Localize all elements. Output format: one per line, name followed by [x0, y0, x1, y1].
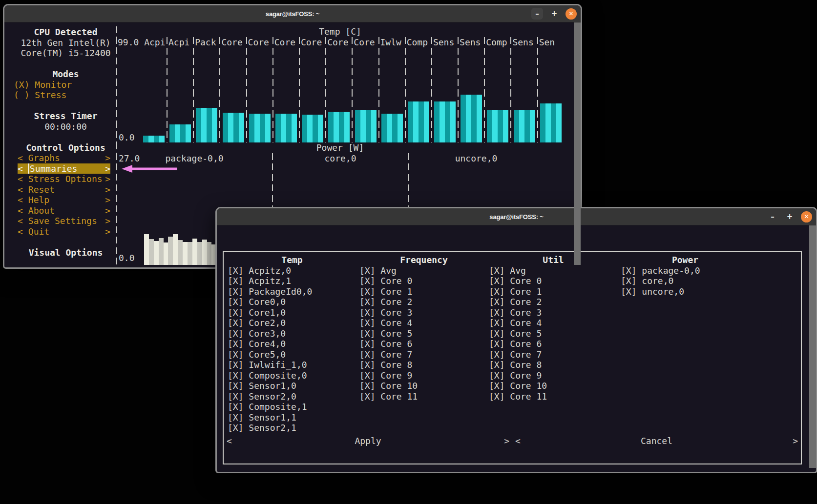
- checkbox-sensor2-0[interactable]: [X] Sensor2,0: [228, 391, 356, 402]
- minimize-button[interactable]: –: [531, 8, 543, 20]
- checkbox-core-11[interactable]: [X] Core 11: [489, 391, 618, 402]
- checkbox-core-1[interactable]: [X] Core 1: [489, 286, 618, 297]
- menu-item-save-settings[interactable]: <Save Settings>: [18, 216, 110, 226]
- checkbox-core-11[interactable]: [X] Core 11: [359, 391, 488, 402]
- checkbox-package-0-0[interactable]: [X] package-0,0: [621, 265, 750, 276]
- temp-bar-Core: [302, 115, 323, 142]
- checkbox-core-1[interactable]: [X] Core 1: [359, 286, 488, 297]
- temp-column-label: Iwlw: [379, 37, 405, 48]
- maximize-button[interactable]: +: [548, 8, 560, 20]
- temp-column-label: Acpi: [167, 37, 193, 48]
- mode-radio-monitor[interactable]: (X) Monitor: [14, 80, 116, 90]
- checkbox-sensor2-1[interactable]: [X] Sensor2,1: [228, 423, 356, 433]
- checkbox-core-10[interactable]: [X] Core 10: [489, 381, 618, 391]
- checkbox-core-9[interactable]: [X] Core 9: [359, 370, 488, 381]
- temp-bar-Acpi: [143, 136, 165, 142]
- menu-item-help[interactable]: <Help>: [18, 195, 110, 205]
- checkbox-core-5[interactable]: [X] Core 5: [489, 328, 618, 339]
- close-button[interactable]: ✕: [801, 211, 812, 222]
- checkbox-core-4[interactable]: [X] Core 4: [359, 318, 488, 328]
- power-column-label: core,0: [272, 153, 408, 164]
- checkbox-core-7[interactable]: [X] Core 7: [489, 349, 618, 360]
- grid-separator: [458, 37, 459, 143]
- checkbox-core-8[interactable]: [X] Core 8: [489, 360, 618, 370]
- menu-item-quit[interactable]: <Quit>: [18, 226, 110, 237]
- power-history-stripe: [188, 242, 192, 265]
- checkbox-core-2[interactable]: [X] Core 2: [359, 297, 488, 307]
- checkbox-core-0[interactable]: [X] core,0: [621, 276, 750, 286]
- temp-bar-Core: [275, 114, 297, 142]
- checkbox-core0-0[interactable]: [X] Core0,0: [228, 297, 356, 307]
- menu-item-graphs[interactable]: <Graphs>: [18, 153, 110, 163]
- scrollbar-back[interactable]: [574, 22, 581, 265]
- temp-column-6: Core: [299, 37, 326, 143]
- minimize-button[interactable]: –: [767, 211, 778, 222]
- temp-bar-Core: [249, 114, 271, 142]
- dialog-column-frequency: Frequency[X] Avg[X] Core 0[X] Core 1[X] …: [359, 255, 488, 402]
- temp-y-min-label: 0.0: [119, 132, 135, 143]
- checkbox-core-0[interactable]: [X] Core 0: [489, 276, 618, 286]
- checkbox-core5-0[interactable]: [X] Core5,0: [228, 349, 356, 360]
- checkbox-packageid0-0[interactable]: [X] PackageId0,0: [228, 286, 356, 297]
- checkbox-core4-0[interactable]: [X] Core4,0: [228, 339, 356, 349]
- temp-column-4: Core: [247, 37, 273, 143]
- maximize-button[interactable]: +: [784, 211, 796, 222]
- checkbox-core-2[interactable]: [X] Core 2: [489, 297, 618, 307]
- titlebar-front[interactable]: sagar@itsFOSS: ~ – + ✕: [217, 208, 816, 225]
- temp-column-label: 99.0 Acpi: [116, 37, 167, 48]
- checkbox-iwlwifi_1-0[interactable]: [X] Iwlwifi_1,0: [228, 360, 356, 370]
- checkbox-acpitz-1[interactable]: [X] Acpitz,1: [228, 276, 356, 286]
- checkbox-sensor1-0[interactable]: [X] Sensor1,0: [228, 381, 356, 391]
- power-column-label: uncore,0: [408, 153, 544, 164]
- grid-separator: [378, 37, 379, 143]
- checkbox-avg[interactable]: [X] Avg: [489, 265, 618, 276]
- power-y-min-label: 0.0: [119, 253, 135, 263]
- close-button[interactable]: ✕: [566, 8, 577, 20]
- checkbox-core-8[interactable]: [X] Core 8: [359, 360, 488, 370]
- power-history-bars: [144, 234, 216, 265]
- temp-column-label: Core: [299, 37, 326, 48]
- temp-column-label: Sens: [458, 37, 484, 48]
- checkbox-core-7[interactable]: [X] Core 7: [359, 349, 488, 360]
- menu-item-reset[interactable]: <Reset>: [18, 184, 110, 195]
- menu-item-summaries[interactable]: <Summaries>: [18, 163, 110, 174]
- checkbox-composite-1[interactable]: [X] Composite,1: [228, 402, 356, 412]
- checkbox-core-9[interactable]: [X] Core 9: [489, 370, 618, 381]
- scrollbar-front[interactable]: [809, 225, 816, 468]
- power-history-stripe: [149, 239, 154, 265]
- temp-column-label: Core: [220, 37, 246, 48]
- checkbox-avg[interactable]: [X] Avg: [359, 265, 488, 276]
- checkbox-core-4[interactable]: [X] Core 4: [489, 318, 618, 328]
- grid-separator: [352, 37, 353, 143]
- checkbox-composite-0[interactable]: [X] Composite,0: [228, 370, 356, 381]
- cpu-model-line: 12th Gen Intel(R): [4, 38, 116, 48]
- menu-item-about[interactable]: <About>: [18, 205, 110, 216]
- checkbox-core-6[interactable]: [X] Core 6: [359, 339, 488, 349]
- grid-separator: [405, 37, 406, 143]
- desktop: sagar@itsFOSS: ~ – + ✕ CPU Detected 12th…: [0, 0, 817, 504]
- power-history-stripe: [207, 242, 212, 265]
- temp-column-9: Iwlw: [379, 37, 405, 143]
- apply-button[interactable]: <Apply>: [224, 436, 512, 446]
- checkbox-core2-0[interactable]: [X] Core2,0: [228, 318, 356, 328]
- checkbox-sensor1-1[interactable]: [X] Sensor1,1: [228, 412, 356, 423]
- temp-column-label: Pack: [193, 37, 220, 48]
- titlebar-back[interactable]: sagar@itsFOSS: ~ – + ✕: [4, 5, 581, 22]
- dialog-column-util: Util[X] Avg[X] Core 0[X] Core 1[X] Core …: [489, 255, 618, 402]
- temp-column-label: Sen: [538, 37, 564, 48]
- grid-separator: [193, 37, 194, 143]
- cancel-button[interactable]: <Cancel>: [512, 436, 801, 446]
- checkbox-core-3[interactable]: [X] Core 3: [359, 307, 488, 318]
- checkbox-core-0[interactable]: [X] Core 0: [359, 276, 488, 286]
- checkbox-acpitz-0[interactable]: [X] Acpitz,0: [228, 265, 356, 276]
- checkbox-core-6[interactable]: [X] Core 6: [489, 339, 618, 349]
- checkbox-core-5[interactable]: [X] Core 5: [359, 328, 488, 339]
- checkbox-core3-0[interactable]: [X] Core3,0: [228, 328, 356, 339]
- checkbox-core-10[interactable]: [X] Core 10: [359, 381, 488, 391]
- menu-item-stress-options[interactable]: <Stress Options>: [18, 174, 110, 184]
- checkbox-core-3[interactable]: [X] Core 3: [489, 307, 618, 318]
- checkbox-uncore-0[interactable]: [X] uncore,0: [621, 286, 750, 297]
- power-history-stripe: [159, 238, 164, 265]
- mode-radio-stress[interactable]: ( ) Stress: [14, 90, 116, 101]
- checkbox-core1-0[interactable]: [X] Core1,0: [228, 307, 356, 318]
